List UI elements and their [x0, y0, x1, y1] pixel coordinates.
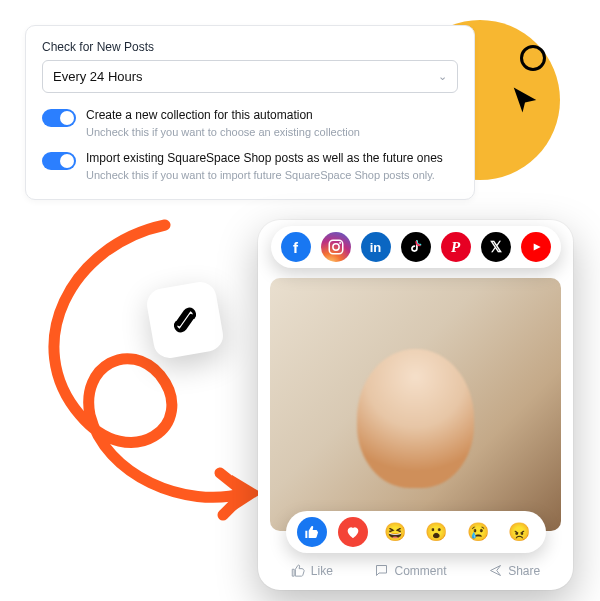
toggle-create-collection-desc: Uncheck this if you want to choose an ex…	[86, 125, 360, 140]
comment-button-label: Comment	[394, 564, 446, 578]
comment-button[interactable]: Comment	[374, 563, 446, 578]
x-twitter-icon: 𝕏	[481, 232, 511, 262]
social-platforms-row: f in P 𝕏	[271, 226, 561, 268]
comment-icon	[374, 563, 389, 578]
pinterest-icon: P	[441, 232, 471, 262]
cursor-ring-icon	[520, 45, 546, 71]
toggle-import-existing-title: Import existing SquareSpace Shop posts a…	[86, 150, 443, 166]
toggle-row-create-collection: Create a new collection for this automat…	[42, 107, 458, 140]
linkedin-icon: in	[361, 232, 391, 262]
cursor-play-icon	[510, 85, 540, 115]
toggle-create-collection-title: Create a new collection for this automat…	[86, 107, 360, 123]
reactions-row: 😆 😮 😢 😠	[286, 511, 546, 553]
tiktok-icon	[401, 232, 431, 262]
toggle-row-import-existing: Import existing SquareSpace Shop posts a…	[42, 150, 458, 183]
reaction-angry-icon[interactable]: 😠	[504, 517, 534, 547]
svg-point-3	[339, 242, 341, 244]
automation-settings-panel: Check for New Posts Every 24 Hours ⌄ Cre…	[25, 25, 475, 200]
like-button[interactable]: Like	[291, 563, 333, 578]
toggle-create-collection-text: Create a new collection for this automat…	[86, 107, 360, 140]
reaction-like-icon[interactable]	[297, 517, 327, 547]
cursor-graphic	[510, 85, 540, 115]
squarespace-icon	[162, 297, 208, 343]
reaction-wow-icon[interactable]: 😮	[421, 517, 451, 547]
instagram-icon	[321, 232, 351, 262]
like-button-label: Like	[311, 564, 333, 578]
thumbs-up-icon	[291, 563, 306, 578]
svg-marker-4	[533, 244, 540, 251]
post-photo	[270, 278, 561, 531]
toggle-import-existing-desc: Uncheck this if you want to import futur…	[86, 168, 443, 183]
squarespace-logo-card	[144, 279, 225, 360]
check-posts-label: Check for New Posts	[42, 40, 458, 54]
chevron-down-icon: ⌄	[438, 70, 447, 83]
interval-select[interactable]: Every 24 Hours ⌄	[42, 60, 458, 93]
reaction-sad-icon[interactable]: 😢	[463, 517, 493, 547]
reaction-love-icon[interactable]	[338, 517, 368, 547]
facebook-icon: f	[281, 232, 311, 262]
share-button-label: Share	[508, 564, 540, 578]
curly-arrow-icon	[10, 215, 270, 545]
share-button[interactable]: Share	[488, 563, 540, 578]
share-icon	[488, 563, 503, 578]
social-post-card: f in P 𝕏 😆 😮 😢 😠 Like C	[258, 220, 573, 590]
svg-point-2	[332, 244, 338, 250]
youtube-icon	[521, 232, 551, 262]
toggle-import-existing[interactable]	[42, 152, 76, 170]
interval-select-value: Every 24 Hours	[53, 69, 143, 84]
reaction-haha-icon[interactable]: 😆	[380, 517, 410, 547]
post-actions-row: Like Comment Share	[270, 553, 561, 590]
toggle-import-existing-text: Import existing SquareSpace Shop posts a…	[86, 150, 443, 183]
toggle-create-collection[interactable]	[42, 109, 76, 127]
